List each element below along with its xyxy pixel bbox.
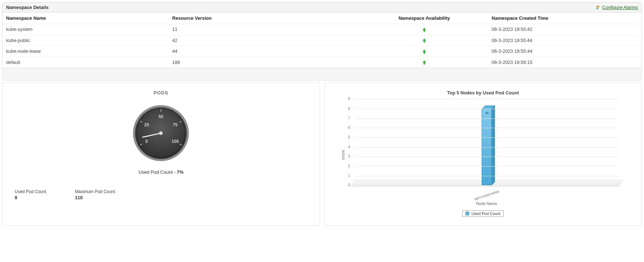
grid-line: 1: [355, 176, 619, 176]
caption-value: 7%: [177, 169, 183, 175]
stat-value: 8: [15, 195, 46, 200]
col-namespace-name[interactable]: Namespace Name: [3, 13, 169, 24]
namespace-panel-header: Namespace Details Configure Alarms: [3, 3, 641, 13]
namespace-details-panel: Namespace Details Configure Alarms Names…: [2, 2, 642, 80]
grid-line: 4: [355, 147, 619, 148]
cell-resource-version: 188: [169, 57, 361, 68]
chart-legend: Used Pod Count: [333, 210, 633, 217]
svg-text:0: 0: [146, 139, 148, 144]
y-tick-label: 6: [348, 126, 350, 130]
y-tick-label: 1: [348, 174, 350, 178]
stat-label: Used Pod Count: [15, 189, 46, 194]
cell-availability: [360, 35, 488, 46]
up-arrow-icon: [422, 60, 427, 65]
svg-text:25: 25: [144, 122, 149, 127]
svg-text:100: 100: [172, 139, 179, 144]
namespace-panel-footer: [3, 68, 641, 80]
legend-swatch-icon: [466, 212, 469, 215]
up-arrow-icon: [422, 48, 427, 54]
col-resource-version[interactable]: Resource Version: [169, 13, 361, 24]
cell-availability: [360, 57, 488, 68]
col-availability[interactable]: Namespace Availability: [360, 13, 488, 24]
pods-gauge-caption: Used Pod Count - 7%: [11, 169, 311, 175]
up-arrow-icon: [422, 27, 427, 32]
legend-label: Used Pod Count: [471, 211, 500, 216]
svg-point-17: [159, 131, 163, 135]
stat-label: Maximum Pod Count: [75, 189, 115, 194]
pods-card-title: PODS: [11, 90, 311, 95]
chart-x-categories: apm-kubernetes: [355, 193, 619, 197]
grid-line: 5: [355, 137, 619, 138]
cell-created-time: 06-3-2023 19:55:44: [488, 46, 641, 57]
y-tick-label: 2: [348, 164, 350, 168]
grid-line: 6: [355, 128, 619, 128]
cell-created-time: 06-3-2023 19:55:44: [488, 35, 641, 46]
grid-line: 0: [355, 185, 619, 186]
grid-line: 7: [355, 118, 619, 119]
y-tick-label: 0: [348, 183, 350, 187]
bar-side-face: [491, 106, 495, 186]
configure-alarms-link[interactable]: Configure Alarms: [596, 5, 638, 10]
cell-availability: [360, 24, 488, 35]
chart-area: count 8 0123456789 apm-kubernetes Node N…: [355, 99, 619, 207]
dashboard-lower-row: PODS 0255075100 Used Pod Cou: [2, 83, 642, 226]
y-tick-label: 8: [348, 107, 350, 111]
grid-line: 8: [355, 109, 619, 109]
stat-block: Maximum Pod Count110: [75, 189, 115, 200]
cell-created-time: 06-3-2023 19:55:42: [488, 24, 641, 35]
cell-created-time: 06-3-2023 19:56:15: [488, 57, 641, 68]
configure-alarms-label: Configure Alarms: [602, 5, 638, 10]
pods-card: PODS 0255075100 Used Pod Cou: [2, 83, 320, 226]
cell-namespace-name: kube-public: [3, 35, 169, 46]
cell-resource-version: 44: [169, 46, 361, 57]
chart-y-axis-label: count: [341, 150, 345, 160]
namespace-panel-title: Namespace Details: [6, 5, 49, 10]
table-row[interactable]: default18806-3-2023 19:56:15: [3, 57, 641, 68]
svg-text:50: 50: [159, 114, 164, 119]
col-created-time[interactable]: Namespace Created Time: [488, 13, 641, 24]
y-tick-label: 4: [348, 145, 350, 149]
table-row[interactable]: kube-public4206-3-2023 19:55:44: [3, 35, 641, 46]
y-tick-label: 9: [348, 97, 350, 101]
bar-value-label: 8: [485, 108, 489, 118]
stat-value: 110: [75, 195, 115, 200]
caption-prefix: Used Pod Count -: [138, 169, 177, 175]
legend-item[interactable]: Used Pod Count: [462, 210, 504, 217]
svg-rect-2: [598, 6, 600, 7]
chart-x-axis-label: Node Name: [355, 201, 619, 206]
up-arrow-icon: [422, 38, 427, 43]
chart-title: Top 5 Nodes by Used Pod Count: [333, 90, 633, 95]
namespace-table: Namespace Name Resource Version Namespac…: [3, 13, 641, 68]
stat-block: Used Pod Count8: [15, 189, 46, 200]
table-row[interactable]: kube-node-lease4406-3-2023 19:55:44: [3, 46, 641, 57]
cell-resource-version: 11: [169, 24, 361, 35]
namespace-table-header-row: Namespace Name Resource Version Namespac…: [3, 13, 641, 24]
table-row[interactable]: kube-system1106-3-2023 19:55:42: [3, 24, 641, 35]
cell-namespace-name: kube-system: [3, 24, 169, 35]
svg-text:75: 75: [173, 122, 178, 127]
grid-line: 9: [355, 99, 619, 99]
cell-resource-version: 42: [169, 35, 361, 46]
y-tick-label: 3: [348, 154, 350, 158]
svg-rect-0: [597, 6, 598, 7]
top-nodes-chart-card: Top 5 Nodes by Used Pod Count count 8 01…: [324, 83, 642, 226]
y-tick-label: 7: [348, 116, 350, 120]
pods-stats-row: Used Pod Count8Maximum Pod Count110: [15, 189, 311, 200]
cell-availability: [360, 46, 488, 57]
alarm-icon: [596, 5, 601, 10]
y-tick-label: 5: [348, 135, 350, 139]
cell-namespace-name: kube-node-lease: [3, 46, 169, 57]
cell-namespace-name: default: [3, 57, 169, 68]
chart-grid: 8 0123456789: [355, 99, 619, 185]
grid-line: 3: [355, 156, 619, 157]
svg-rect-1: [597, 8, 598, 9]
pods-gauge: 0255075100: [11, 103, 311, 164]
